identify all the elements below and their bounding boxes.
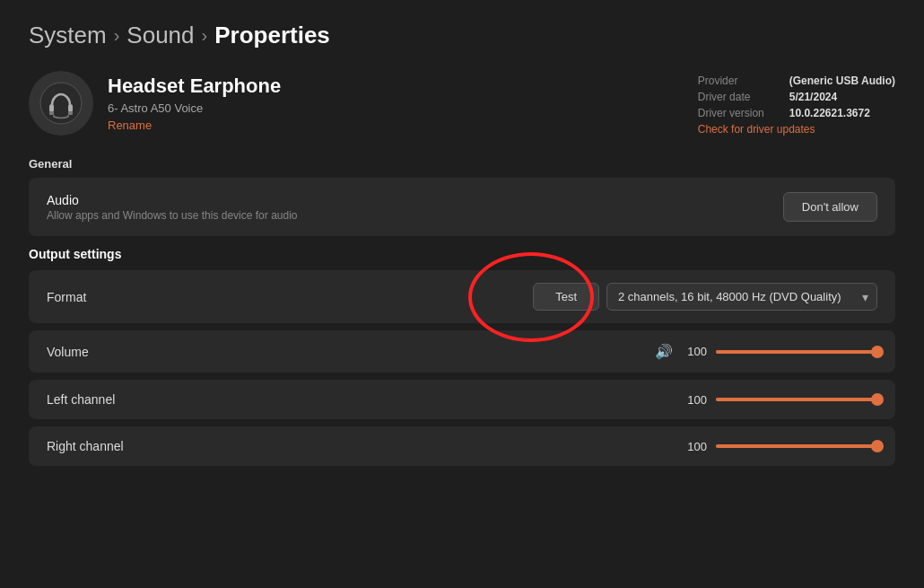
right-channel-fill bbox=[716, 444, 877, 448]
volume-label: Volume bbox=[47, 345, 89, 359]
output-settings-label: Output settings bbox=[29, 247, 895, 261]
volume-row: Volume 🔊 100 bbox=[29, 330, 895, 373]
volume-slider[interactable] bbox=[716, 350, 877, 354]
device-left: Headset Earphone 6- Astro A50 Voice Rena… bbox=[29, 71, 281, 136]
driver-info: Provider (Generic USB Audio) Driver date… bbox=[698, 71, 895, 136]
svg-rect-3 bbox=[49, 111, 54, 115]
device-name: Headset Earphone bbox=[108, 75, 281, 98]
breadcrumb: System › Sound › Properties bbox=[29, 22, 895, 49]
left-channel-row: Left channel 100 bbox=[29, 380, 895, 419]
right-channel-row: Right channel 100 bbox=[29, 426, 895, 466]
version-label: Driver version bbox=[698, 107, 779, 119]
svg-rect-2 bbox=[68, 104, 73, 112]
volume-value: 100 bbox=[682, 345, 707, 358]
general-section-label: General bbox=[29, 157, 895, 171]
right-channel-label: Right channel bbox=[47, 439, 124, 453]
device-info: Headset Earphone 6- Astro A50 Voice Rena… bbox=[108, 75, 281, 132]
breadcrumb-properties: Properties bbox=[214, 22, 330, 49]
left-channel-fill bbox=[716, 398, 877, 401]
headphone-icon bbox=[29, 71, 93, 136]
format-label: Format bbox=[47, 290, 86, 304]
format-select[interactable]: 2 channels, 16 bit, 44100 Hz (CD Quality… bbox=[606, 283, 877, 311]
volume-fill bbox=[716, 350, 877, 354]
date-label: Driver date bbox=[698, 91, 779, 103]
right-channel-thumb[interactable] bbox=[871, 440, 884, 452]
left-channel-label: Left channel bbox=[47, 392, 115, 407]
driver-version-row: Driver version 10.0.22621.3672 bbox=[698, 107, 895, 119]
breadcrumb-sound[interactable]: Sound bbox=[126, 22, 194, 49]
left-channel-controls: 100 bbox=[682, 393, 877, 407]
breadcrumb-system[interactable]: System bbox=[29, 22, 107, 49]
volume-icon: 🔊 bbox=[655, 343, 673, 360]
audio-card: Audio Allow apps and Windows to use this… bbox=[29, 178, 895, 236]
format-row: Format Test 2 channels, 16 bit, 44100 Hz… bbox=[29, 270, 895, 323]
provider-label: Provider bbox=[698, 75, 779, 87]
svg-rect-4 bbox=[68, 111, 73, 115]
audio-title: Audio bbox=[47, 193, 298, 207]
breadcrumb-sep-1: › bbox=[114, 25, 120, 46]
date-value: 5/21/2024 bbox=[789, 91, 837, 103]
device-header: Headset Earphone 6- Astro A50 Voice Rena… bbox=[29, 71, 895, 136]
right-channel-controls: 100 bbox=[682, 440, 877, 453]
rename-link[interactable]: Rename bbox=[108, 118, 281, 132]
svg-rect-1 bbox=[49, 104, 54, 112]
format-select-wrapper[interactable]: 2 channels, 16 bit, 44100 Hz (CD Quality… bbox=[606, 283, 877, 311]
driver-provider-row: Provider (Generic USB Audio) bbox=[698, 75, 895, 87]
page: System › Sound › Properties Headset Ea bbox=[0, 0, 924, 588]
audio-description: Allow apps and Windows to use this devic… bbox=[47, 209, 298, 222]
volume-controls: 🔊 100 bbox=[655, 343, 877, 360]
audio-info: Audio Allow apps and Windows to use this… bbox=[47, 193, 298, 222]
left-channel-slider[interactable] bbox=[716, 398, 877, 401]
format-controls: Test 2 channels, 16 bit, 44100 Hz (CD Qu… bbox=[533, 283, 877, 311]
test-button[interactable]: Test bbox=[533, 283, 599, 311]
right-channel-value: 100 bbox=[682, 440, 707, 453]
device-subtitle: 6- Astro A50 Voice bbox=[108, 101, 281, 115]
provider-value: (Generic USB Audio) bbox=[789, 75, 895, 87]
right-channel-slider[interactable] bbox=[716, 444, 877, 448]
left-channel-thumb[interactable] bbox=[871, 393, 884, 406]
dont-allow-button[interactable]: Don't allow bbox=[783, 192, 877, 222]
left-channel-value: 100 bbox=[682, 393, 707, 407]
breadcrumb-sep-2: › bbox=[202, 25, 208, 46]
check-driver-updates-link[interactable]: Check for driver updates bbox=[698, 123, 895, 136]
driver-date-row: Driver date 5/21/2024 bbox=[698, 91, 895, 103]
version-value: 10.0.22621.3672 bbox=[789, 107, 870, 119]
volume-thumb[interactable] bbox=[871, 346, 884, 358]
